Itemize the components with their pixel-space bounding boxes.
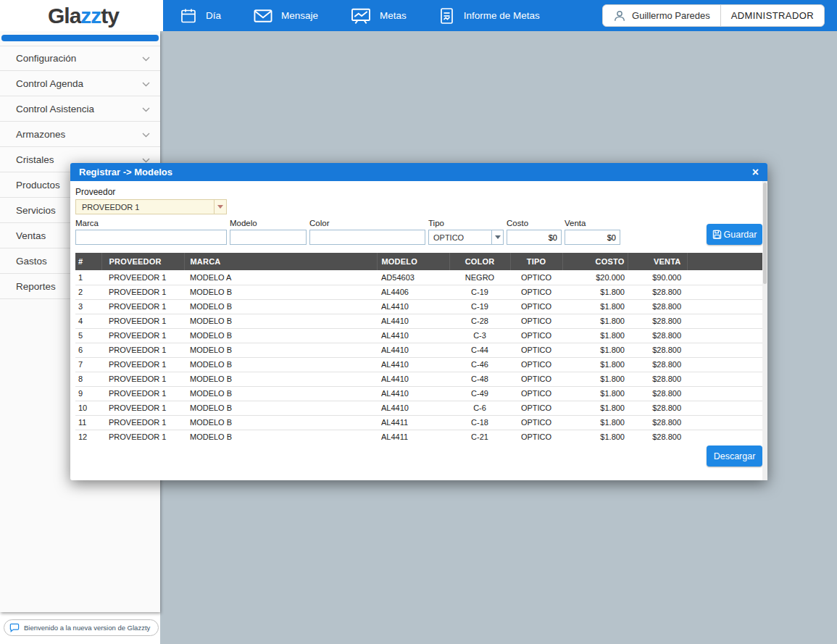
sidebar-item-control-agenda[interactable]: Control Agenda [0, 71, 160, 96]
welcome-toast[interactable]: Bienvenido a la nueva version de Glazzty [4, 619, 159, 636]
sidebar-item-control-asistencia[interactable]: Control Asistencia [0, 96, 160, 122]
top-bar: Glazzty Día Mensaje Metas Informe de Met… [0, 0, 837, 31]
costo-input[interactable] [507, 230, 562, 245]
table-row[interactable]: 12PROVEEDOR 1MODELO BAL4411C-21OPTICO$1.… [75, 430, 762, 441]
user-name: Guillermo Paredes [632, 10, 710, 21]
proveedor-select[interactable]: PROVEEDOR 1 [75, 199, 227, 214]
table-cell: $1.800 [562, 415, 628, 430]
nav-item-mensaje[interactable]: Mensaje [253, 8, 318, 24]
proveedor-label: Proveedor [75, 187, 762, 197]
logo-text-post: ty [101, 4, 119, 28]
sidebar-item-configuracion[interactable]: Configuración [0, 46, 160, 71]
table-cell [687, 343, 762, 357]
chevron-down-icon [142, 78, 150, 89]
table-cell: C-19 [449, 285, 510, 299]
marca-input[interactable] [75, 230, 227, 245]
table-row[interactable]: 4PROVEEDOR 1MODELO BAL4410C-28OPTICO$1.8… [75, 314, 762, 328]
table-cell [687, 415, 762, 430]
nav-item-dia[interactable]: Día [179, 7, 221, 25]
modal-footer-actions: Descargar [75, 446, 762, 467]
scrollbar-thumb[interactable] [763, 183, 767, 284]
modelo-field: Modelo [230, 219, 307, 245]
table-cell: AL4406 [377, 285, 449, 299]
marca-label: Marca [75, 219, 227, 228]
nav-label-mensaje: Mensaje [281, 10, 318, 21]
nav-label-metas: Metas [380, 10, 407, 21]
table-cell: AL4410 [377, 328, 449, 343]
table-cell: $20.000 [562, 270, 628, 285]
user-menu-button[interactable]: Guillermo Paredes ADMINISTRADOR [602, 4, 825, 27]
table-cell: AL4411 [377, 430, 449, 441]
table-header-costo: COSTO [562, 253, 628, 270]
table-cell: C-3 [449, 328, 510, 343]
table-cell: MODELO B [184, 430, 377, 441]
sidebar-item-label: Control Agenda [16, 78, 83, 89]
table-row[interactable]: 5PROVEEDOR 1MODELO BAL4410C-3OPTICO$1.80… [75, 328, 762, 343]
modal-title: Registrar -> Modelos [79, 167, 172, 177]
table-cell: 10 [75, 401, 101, 415]
nav-item-metas[interactable]: Metas [350, 7, 407, 25]
table-cell: C-48 [449, 372, 510, 386]
sidebar-item-label: Armazones [16, 129, 65, 140]
table-cell: PROVEEDOR 1 [101, 401, 184, 415]
table-cell: 3 [75, 299, 101, 314]
table-header-filler [687, 253, 762, 270]
table-row[interactable]: 1PROVEEDOR 1MODELO AAD54603NEGROOPTICO$2… [75, 270, 762, 285]
color-input[interactable] [309, 230, 425, 245]
table-cell [687, 314, 762, 328]
table-cell: $28.800 [628, 328, 687, 343]
close-icon[interactable]: × [752, 167, 759, 178]
table-cell: $1.800 [562, 357, 628, 372]
table-row[interactable]: 11PROVEEDOR 1MODELO BAL4411C-18OPTICO$1.… [75, 415, 762, 430]
marca-field: Marca [75, 219, 227, 245]
user-role-badge: ADMINISTRADOR [731, 10, 814, 21]
sidebar-item-label: Servicios [16, 205, 56, 216]
save-button[interactable]: Guardar [707, 224, 762, 245]
table-cell: $28.800 [628, 285, 687, 299]
costo-field: Costo [507, 219, 562, 245]
app-logo: Glazzty [48, 5, 119, 27]
table-row[interactable]: 2PROVEEDOR 1MODELO BAL4406C-19OPTICO$1.8… [75, 285, 762, 299]
sidebar-item-label: Cristales [16, 154, 54, 165]
table-cell: OPTICO [510, 401, 562, 415]
table-cell: 12 [75, 430, 101, 441]
table-row[interactable]: 8PROVEEDOR 1MODELO BAL4410C-48OPTICO$1.8… [75, 372, 762, 386]
table-row[interactable]: 9PROVEEDOR 1MODELO BAL4410C-49OPTICO$1.8… [75, 386, 762, 401]
venta-input[interactable] [565, 230, 620, 245]
download-button[interactable]: Descargar [707, 446, 762, 467]
table-cell: OPTICO [510, 285, 562, 299]
table-cell: 11 [75, 415, 101, 430]
table-row[interactable]: 6PROVEEDOR 1MODELO BAL4410C-44OPTICO$1.8… [75, 343, 762, 357]
table-cell: 1 [75, 270, 101, 285]
tipo-select[interactable]: OPTICO [428, 230, 504, 245]
table-cell: $28.800 [628, 415, 687, 430]
tipo-label: Tipo [428, 219, 504, 228]
nav-item-informe-de-metas[interactable]: Informe de Metas [438, 7, 540, 25]
table-cell: NEGRO [449, 270, 510, 285]
table-cell [687, 401, 762, 415]
table-cell: $1.800 [562, 285, 628, 299]
table-cell: PROVEEDOR 1 [101, 328, 184, 343]
table-cell: $1.800 [562, 314, 628, 328]
chevron-down-icon [142, 129, 150, 140]
modal-scrollbar[interactable] [762, 181, 767, 480]
nav-label-dia: Día [206, 10, 221, 21]
table-header-proveedor: PROVEEDOR [101, 253, 184, 270]
table-cell: 5 [75, 328, 101, 343]
table-row[interactable]: 3PROVEEDOR 1MODELO BAL4410C-19OPTICO$1.8… [75, 299, 762, 314]
table-row[interactable]: 10PROVEEDOR 1MODELO BAL4410C-6OPTICO$1.8… [75, 401, 762, 415]
table-cell: PROVEEDOR 1 [101, 372, 184, 386]
table-cell: $28.800 [628, 314, 687, 328]
table-cell: $1.800 [562, 430, 628, 441]
sidebar-item-armazones[interactable]: Armazones [0, 122, 160, 147]
table-cell: OPTICO [510, 357, 562, 372]
proveedor-selected-value: PROVEEDOR 1 [82, 203, 139, 212]
table-row[interactable]: 7PROVEEDOR 1MODELO BAL4410C-46OPTICO$1.8… [75, 357, 762, 372]
user-icon [613, 9, 626, 22]
table-cell: 6 [75, 343, 101, 357]
sidebar-scroll-indicator[interactable] [1, 35, 159, 41]
table-cell: AL4410 [377, 372, 449, 386]
modelo-input[interactable] [230, 230, 307, 245]
table-cell: AL4410 [377, 314, 449, 328]
table-cell: 9 [75, 386, 101, 401]
